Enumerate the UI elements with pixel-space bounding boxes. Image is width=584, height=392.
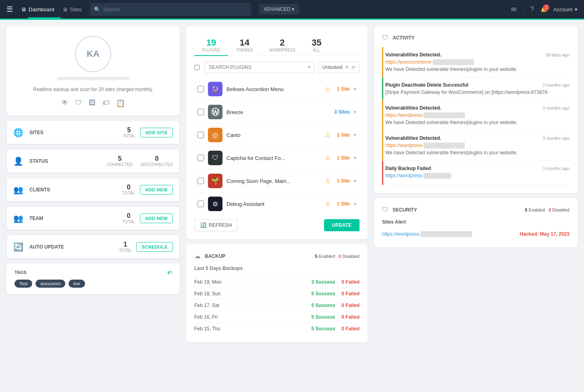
tag-arrow-icon[interactable]: 🏷 — [167, 270, 172, 275]
backup-success: 5 Success — [312, 326, 335, 332]
backup-success: 3 Success — [312, 279, 335, 285]
filter-chevron-icon: |▾ — [351, 64, 355, 70]
tag-item[interactable]: woocomm — [35, 280, 65, 288]
plugin-expand-icon[interactable]: ▾ — [354, 86, 356, 92]
plugin-expand-icon[interactable]: ▾ — [354, 109, 356, 115]
team-total: 0 — [123, 212, 135, 220]
tag-item[interactable]: Test — [15, 280, 32, 288]
shield-icon[interactable]: 🛡 — [75, 99, 82, 108]
plugin-site-count[interactable]: 1 Site — [337, 178, 350, 184]
nav-right-section: ✉ | ? 🔔 2 Account ▾ — [511, 6, 578, 13]
plugin-checkbox[interactable] — [197, 178, 204, 184]
plugin-name: Captcha for Contact Fo... — [227, 155, 321, 161]
add-site-button[interactable]: ADD SITE — [140, 128, 173, 137]
plugin-site-count[interactable]: 3 Sites — [334, 109, 350, 115]
search-input[interactable] — [104, 6, 247, 12]
backup-success: 5 Success — [312, 291, 335, 297]
profile-card: KA Realtime backup and scan for 20 sites… — [6, 26, 180, 116]
profile-description: Realtime backup and scan for 20 sites ch… — [15, 87, 172, 92]
file-icon[interactable]: 📋 — [116, 99, 125, 108]
team-stat-row: 👥 TEAM 0 TOTAL ADD NEW — [6, 206, 180, 230]
backup-row: Feb 15, Thu 5 Success 0 Failed — [194, 323, 360, 334]
team-total-label: TOTAL — [123, 220, 135, 224]
tag-icon[interactable]: 🏷 — [102, 99, 110, 108]
plugin-name: Bellows Accordion Menu — [227, 86, 321, 92]
unlocked-filter[interactable]: Unlocked ✕ |▾ — [318, 62, 360, 73]
hacked-badge: Hacked: May 17, 2023 — [520, 231, 569, 237]
plugin-name: Breeze — [227, 109, 328, 115]
tab-wordpress[interactable]: 2 WORDPRESS — [261, 34, 304, 56]
help-icon[interactable]: ? — [530, 6, 534, 13]
plugin-expand-icon[interactable]: ▾ — [354, 178, 356, 184]
activity-desc: We have Detected vulnerable themes/plugi… — [385, 150, 569, 156]
plugin-site-count[interactable]: 1 Site — [337, 86, 350, 92]
clients-icon: 👥 — [13, 185, 25, 195]
tags-list: Test woocomm live — [15, 280, 172, 288]
nav-sites[interactable]: 🖥 Sites — [62, 6, 82, 12]
plugin-icon: ◎ — [208, 128, 222, 142]
plugin-checkbox[interactable] — [197, 109, 204, 115]
plugins-search-box: ▾ — [204, 62, 315, 73]
tab-themes[interactable]: 14 THEMES — [228, 34, 261, 56]
add-team-button[interactable]: ADD NEW — [140, 214, 173, 223]
sites-label: SITES — [29, 130, 118, 135]
select-all-checkbox[interactable] — [194, 65, 200, 70]
mail-icon[interactable]: ✉ — [511, 6, 516, 13]
plugin-row: 🌱 Coming Soon Page, Main... ⚠ 1 Site ▾ — [194, 170, 360, 193]
plugin-icon: Ⓦ — [208, 105, 222, 119]
security-icon: 🛡 — [382, 206, 389, 214]
plugin-expand-icon[interactable]: ▾ — [354, 201, 356, 207]
status-disconnected: 0 — [141, 155, 173, 162]
nav-dashboard[interactable]: 🖥 Dashboard — [21, 6, 54, 12]
plugins-search-input[interactable] — [209, 64, 306, 70]
plugin-expand-icon[interactable]: ▾ — [354, 155, 356, 161]
activity-link[interactable]: https://woocommerce-████████████ — [385, 59, 569, 65]
plugins-filter-row: ▾ Unlocked ✕ |▾ — [194, 62, 360, 73]
plugin-checkbox[interactable] — [197, 86, 204, 92]
activity-link[interactable]: https://wordpress-████████████ — [385, 143, 569, 148]
remove-filter-icon[interactable]: ✕ — [345, 64, 349, 70]
plugin-icon: 🛡 — [208, 151, 222, 165]
plugin-checkbox[interactable] — [197, 132, 204, 138]
refresh-button[interactable]: 🔄 REFRESH — [194, 219, 238, 231]
plugin-site-count[interactable]: 1 Site — [337, 155, 350, 161]
status-stat-row: 👤 STATUS 5 CONNECTED 0 DISCONNECTED — [6, 149, 180, 173]
activity-item-time: 3 months ago — [542, 106, 569, 110]
advanced-button[interactable]: ADVANCED ▾ — [259, 4, 299, 15]
plugin-checkbox[interactable] — [197, 201, 204, 207]
status-label: STATUS — [29, 158, 102, 164]
activity-link[interactable]: https://wordpress-████████ — [385, 173, 569, 178]
notifications-button[interactable]: 🔔 2 — [540, 6, 547, 12]
plugin-icon: 🌱 — [208, 174, 222, 188]
status-disconnected-label: DISCONNECTED — [141, 162, 173, 167]
plugin-row: ⚙ Debug Assistant ⚠ 1 Site ▾ — [194, 193, 360, 215]
activity-item: Vulnerabilities Detected. 3 months ago h… — [382, 131, 569, 161]
eye-icon[interactable]: 👁 — [61, 99, 69, 108]
schedule-button[interactable]: SCHEDULE — [136, 242, 173, 252]
search-dropdown-icon[interactable]: ▾ — [308, 64, 310, 70]
tab-plugins[interactable]: 19 PLUGINS — [194, 34, 228, 56]
security-site-link[interactable]: https://wordpress-███████████████ — [382, 231, 472, 237]
account-menu[interactable]: Account ▾ — [553, 6, 578, 12]
update-button[interactable]: UPDATE — [324, 219, 360, 231]
plugin-site-count[interactable]: 1 Site — [337, 132, 350, 138]
clients-total: 0 — [123, 184, 135, 191]
backup-success: 5 Success — [312, 314, 335, 320]
activity-desc: [Stripe Payment Gateway for WooCommerce]… — [385, 89, 569, 95]
backup-failed: 0 Failed — [341, 291, 360, 297]
plugin-expand-icon[interactable]: ▾ — [354, 132, 356, 138]
plugin-site-count[interactable]: 1 Site — [337, 201, 350, 207]
activity-link[interactable]: https://wordpress-████████████ — [385, 112, 569, 118]
clients-label: CLIENTS — [29, 187, 118, 193]
image-icon[interactable]: 🖼 — [89, 99, 96, 108]
hamburger-icon[interactable]: ☰ — [6, 5, 13, 14]
backup-row: Feb 19, Mon 3 Success 0 Failed — [194, 276, 360, 288]
tab-all[interactable]: 35 ALL — [303, 34, 329, 56]
backup-failed: 0 Failed — [341, 279, 360, 285]
plugin-name: Canto — [227, 132, 321, 138]
backup-date: Feb 15, Thu — [194, 326, 312, 332]
plugin-checkbox[interactable] — [197, 155, 204, 161]
activity-card: 🛡 ACTIVITY Vulnerabilities Detected. 18 … — [374, 26, 578, 193]
add-client-button[interactable]: ADD NEW — [140, 185, 173, 195]
tag-item[interactable]: live — [69, 280, 85, 288]
